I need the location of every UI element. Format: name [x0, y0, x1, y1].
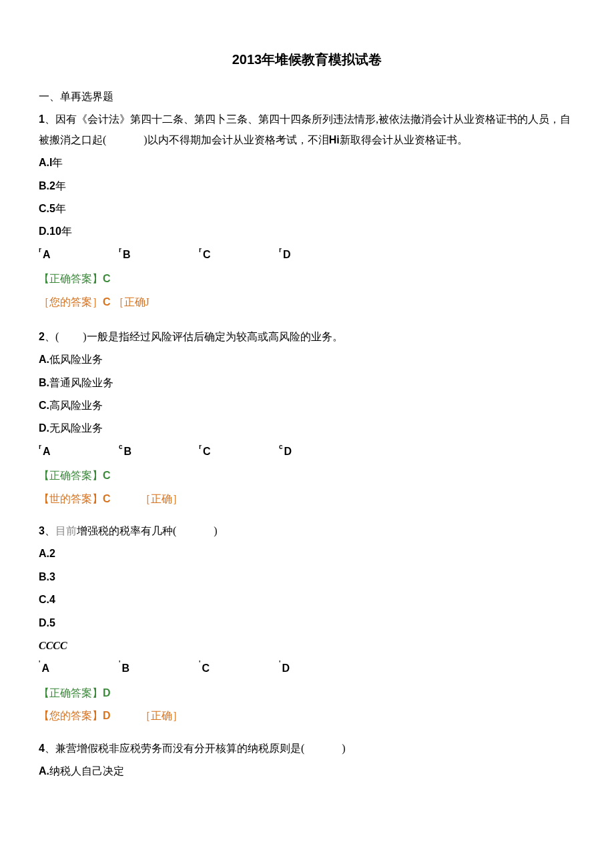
- q2-choice-d: cD: [279, 442, 359, 462]
- q1-choice-d: rD: [279, 245, 359, 265]
- q3-option-b: B.3: [39, 567, 575, 587]
- q2-option-a: A.低风险业务: [39, 350, 575, 370]
- q2-text: 2、()一般是指经过风险评估后确定为较高或高风险的业务。: [39, 327, 575, 347]
- q2-choice-b: cB: [119, 442, 199, 462]
- q3-cccc: CCCC: [39, 636, 575, 656]
- title-year: 2013: [232, 52, 262, 67]
- q1-choice-c: rC: [199, 245, 279, 265]
- q2-option-d: D.无风险业务: [39, 418, 575, 438]
- q3-choice-b: 'B: [119, 659, 199, 679]
- q3-option-c: C.4: [39, 590, 575, 610]
- q2-choice-c: rC: [199, 442, 279, 462]
- q3-option-a: A.2: [39, 544, 575, 564]
- q1-text: 1、因有《会计法》第四十二条、第四卜三条、第四十四条所列违法情形,被依法撤消会计…: [39, 109, 575, 150]
- page: 2013年堆候教育模拟试卷 一、单再选界题 1、因有《会计法》第四十二条、第四卜…: [0, 0, 614, 868]
- q1-option-c: C.5年: [39, 199, 575, 219]
- q3-option-d: D.5: [39, 613, 575, 633]
- q1-choice-a: rA: [39, 245, 119, 265]
- q3-choice-c: 'C: [199, 659, 279, 679]
- q1-option-a: A.I年: [39, 153, 575, 173]
- q3-choice-a: 'A: [39, 659, 119, 679]
- q3-choice-row: 'A 'B 'C 'D: [39, 659, 575, 679]
- title-rest: 年堆候教育模拟试卷: [262, 52, 382, 67]
- q2-choice-row: rA cB rC cD: [39, 442, 575, 462]
- q3-text: 3、目前增强税的税率有几种(): [39, 521, 575, 541]
- q2-choice-a: rA: [39, 442, 119, 462]
- q3-correct-answer: 【正确答案】D: [39, 683, 575, 703]
- q1-option-b: B.2年: [39, 176, 575, 196]
- q2-option-c: C.高风险业务: [39, 396, 575, 416]
- q2-correct-answer: 【正确答案】C: [39, 466, 575, 486]
- q1-your-answer: ［您的答案］C ［正确J: [39, 292, 575, 312]
- section-heading: 一、单再选界题: [39, 87, 575, 107]
- q1-correct-answer: 【正确答案】C: [39, 269, 575, 289]
- q4-option-a: A.纳税人自己决定: [39, 761, 575, 781]
- q1-choice-row: rA rB rC rD: [39, 245, 575, 265]
- q3-your-answer: 【您的答案】D ［正确］: [39, 706, 575, 726]
- q3-choice-d: 'D: [279, 659, 359, 679]
- document-title: 2013年堆候教育模拟试卷: [39, 47, 575, 72]
- q1-choice-b: rB: [119, 245, 199, 265]
- q2-your-answer: 【世的答案】C ［正确］: [39, 489, 575, 509]
- q4-text: 4、兼营增假税非应税劳务而没有分开核算的纳税原则是(): [39, 739, 575, 759]
- q2-option-b: B.普通风险业务: [39, 373, 575, 393]
- q1-option-d: D.10年: [39, 222, 575, 242]
